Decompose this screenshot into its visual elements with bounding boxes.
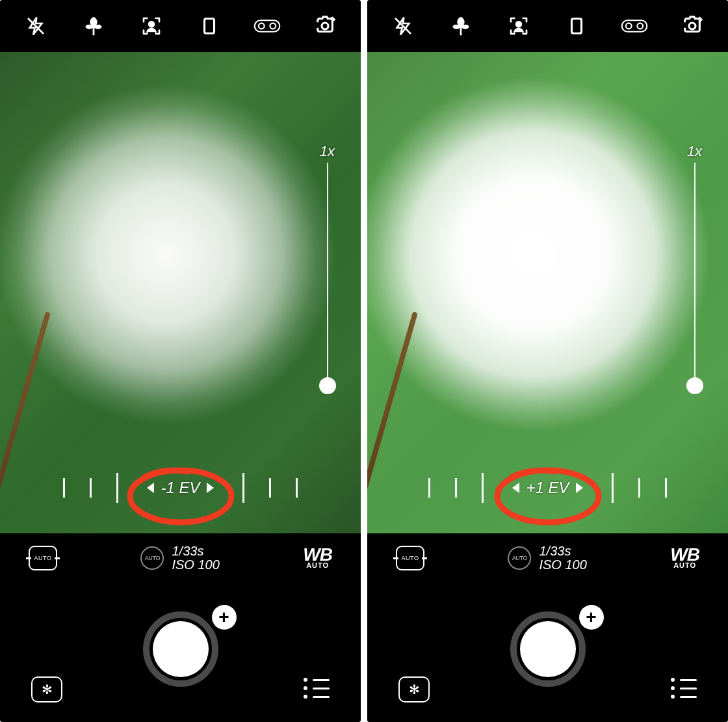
- zoom-level-label: 1x: [687, 143, 702, 160]
- triangle-left-icon[interactable]: [512, 483, 519, 493]
- exposure-value-label: -1 EV: [161, 479, 200, 497]
- wb-mode-label: AUTO: [670, 563, 699, 568]
- exposure-value-control[interactable]: -1 EV: [143, 479, 217, 497]
- filters-icon[interactable]: [621, 12, 648, 40]
- aspect-ratio-icon[interactable]: [563, 12, 590, 40]
- macro-icon[interactable]: [447, 12, 474, 40]
- svg-point-1: [149, 21, 154, 27]
- viewfinder[interactable]: 1x +1 EV: [367, 52, 728, 533]
- wb-label: WB: [303, 547, 332, 563]
- svg-rect-10: [572, 19, 582, 34]
- top-toolbar: [0, 0, 361, 52]
- wb-label: WB: [670, 547, 699, 563]
- ev-tick: [63, 478, 65, 498]
- gallery-button[interactable]: ✻: [398, 676, 430, 702]
- metering-icon: AUTO: [508, 546, 531, 570]
- shutter-button[interactable]: [510, 611, 586, 687]
- white-balance-button[interactable]: WB AUTO: [303, 547, 332, 568]
- viewfinder-image: [367, 52, 728, 533]
- svg-point-5: [270, 23, 276, 29]
- ev-tick: [90, 478, 92, 498]
- zoom-slider-track[interactable]: [694, 163, 696, 390]
- portrait-icon[interactable]: [138, 12, 165, 40]
- ev-tick: [638, 478, 640, 498]
- svg-point-9: [516, 21, 521, 27]
- focus-mode-button[interactable]: AUTO: [396, 546, 424, 570]
- bottom-controls: + ✻: [367, 583, 728, 722]
- gallery-button[interactable]: ✻: [31, 676, 62, 702]
- ev-tick: [242, 473, 244, 503]
- add-mode-button[interactable]: +: [212, 605, 237, 630]
- ev-tick: [116, 473, 118, 503]
- bottom-controls: + ✻: [0, 583, 361, 722]
- shutter-inner: [153, 621, 209, 677]
- zoom-slider-handle[interactable]: [686, 377, 703, 394]
- triangle-right-icon[interactable]: [207, 483, 214, 493]
- svg-point-14: [689, 23, 696, 29]
- exposure-ruler[interactable]: +1 EV: [367, 462, 728, 514]
- white-balance-button[interactable]: WB AUTO: [670, 547, 699, 568]
- triangle-left-icon[interactable]: [147, 483, 154, 493]
- iso-label: ISO 100: [539, 558, 586, 572]
- shutter-speed-label: 1/33s: [172, 544, 219, 558]
- aspect-ratio-icon[interactable]: [196, 12, 223, 40]
- svg-point-6: [322, 23, 328, 29]
- filters-icon[interactable]: [254, 12, 281, 40]
- menu-button[interactable]: [671, 678, 697, 699]
- zoom-level-label: 1x: [320, 143, 335, 160]
- settings-strip: AUTO AUTO 1/33s ISO 100 WB AUTO: [367, 533, 728, 583]
- svg-point-12: [626, 23, 632, 29]
- shutter-button[interactable]: [143, 611, 218, 687]
- iso-label: ISO 100: [172, 558, 219, 572]
- menu-button[interactable]: [304, 678, 330, 699]
- macro-icon[interactable]: [80, 12, 107, 40]
- flower-icon: ✻: [409, 682, 420, 697]
- shutter-inner: [520, 621, 576, 677]
- ev-tick: [428, 478, 430, 498]
- flash-off-icon[interactable]: [22, 12, 49, 40]
- exposure-settings-button[interactable]: AUTO 1/33s ISO 100: [508, 544, 586, 572]
- svg-point-4: [259, 23, 265, 29]
- settings-strip: AUTO AUTO 1/33s ISO 100 WB AUTO: [0, 533, 361, 583]
- svg-point-13: [638, 23, 644, 29]
- shutter-speed-label: 1/33s: [539, 544, 586, 558]
- camera-screen-left: 1x -1 EV AUTO AUTO 1/33s: [0, 0, 361, 722]
- zoom-slider-handle[interactable]: [319, 377, 336, 394]
- portrait-icon[interactable]: [505, 12, 532, 40]
- top-toolbar: [367, 0, 728, 52]
- switch-camera-icon[interactable]: [679, 12, 706, 40]
- ev-tick: [269, 478, 271, 498]
- exposure-value-label: +1 EV: [526, 479, 569, 497]
- viewfinder[interactable]: 1x -1 EV: [0, 52, 361, 533]
- ev-tick: [482, 473, 484, 503]
- wb-mode-label: AUTO: [303, 563, 332, 568]
- svg-rect-2: [205, 19, 214, 34]
- exposure-value-control[interactable]: +1 EV: [508, 479, 586, 497]
- ev-tick: [296, 478, 298, 498]
- zoom-slider-track[interactable]: [327, 163, 328, 390]
- exposure-ruler[interactable]: -1 EV: [0, 462, 361, 514]
- ev-tick: [455, 478, 457, 498]
- add-mode-button[interactable]: +: [579, 605, 604, 630]
- exposure-settings-button[interactable]: AUTO 1/33s ISO 100: [140, 544, 219, 572]
- viewfinder-image: [0, 52, 361, 533]
- focus-mode-label: AUTO: [402, 555, 419, 561]
- flower-icon: ✻: [42, 682, 53, 697]
- ev-tick: [612, 473, 614, 503]
- switch-camera-icon[interactable]: [311, 12, 339, 40]
- ev-tick: [665, 478, 667, 498]
- focus-mode-button[interactable]: AUTO: [29, 546, 57, 570]
- flash-off-icon[interactable]: [389, 12, 417, 40]
- focus-mode-label: AUTO: [34, 555, 52, 561]
- camera-screen-right: 1x +1 EV AUTO AUTO 1/33s: [367, 0, 728, 722]
- triangle-right-icon[interactable]: [576, 483, 583, 493]
- metering-icon: AUTO: [140, 546, 164, 570]
